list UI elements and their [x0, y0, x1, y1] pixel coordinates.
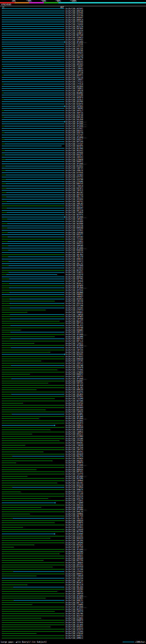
subject-label[interactable]: UniRef100_B6SSD1 [65, 354, 83, 356]
alignment-bar[interactable] [2, 35, 64, 36]
alignment-bar[interactable] [2, 458, 64, 459]
alignment-bar[interactable] [2, 159, 64, 160]
alignment-bar[interactable] [2, 234, 64, 235]
subject-label[interactable]: UniRef100_UP1000... [65, 247, 86, 249]
subject-label[interactable]: UniRef100_B9IQC6 [65, 429, 83, 431]
alignment-bar[interactable] [2, 57, 64, 58]
alignment-bar[interactable] [2, 108, 64, 108]
subject-label[interactable]: UniRef100_B6TVH6 [65, 531, 83, 533]
subject-label[interactable]: UniRef100_Q3THE7 [65, 128, 83, 130]
subject-label[interactable]: UniRef100_C5YIQ7 [65, 143, 83, 145]
subject-label[interactable]: UniRef100_Q7XJ58 [65, 225, 83, 227]
subject-label[interactable]: UniRef100_Q2RAF9 [65, 628, 83, 630]
subject-label[interactable]: UniRef100_B6TXY1 [65, 608, 83, 610]
alignment-bar[interactable] [2, 20, 64, 20]
subject-label[interactable]: UniRef100_Q25F48 [65, 114, 83, 116]
alignment-bar[interactable] [2, 611, 55, 612]
subject-label[interactable]: UniRef100_UP1000... [65, 464, 86, 466]
alignment-bar[interactable] [2, 390, 36, 390]
alignment-bar[interactable] [2, 44, 64, 44]
alignment-bar[interactable] [2, 290, 64, 290]
alignment-bar[interactable] [2, 578, 64, 578]
alignment-bar[interactable] [2, 554, 59, 554]
subject-label[interactable]: UniRef100_UP1000... [65, 163, 86, 165]
subject-label[interactable]: UniRef100_B6SRB0 [65, 223, 83, 225]
alignment-bar[interactable] [2, 549, 64, 550]
subject-label[interactable]: UniRef100_C0P9Q0 [65, 318, 83, 320]
alignment-bar[interactable] [2, 609, 64, 610]
alignment-bar[interactable] [2, 574, 64, 574]
alignment-bar[interactable] [2, 323, 64, 324]
alignment-bar[interactable] [2, 175, 64, 175]
subject-label[interactable]: UniRef100_C1BV59 [65, 70, 83, 72]
subject-label[interactable]: UniRef100_A9SVD4 [65, 198, 83, 200]
subject-label[interactable]: UniRef100_B4G2G6 [65, 577, 83, 579]
subject-label[interactable]: UniRef100_B9H0T2 [65, 373, 83, 375]
alignment-bar[interactable] [2, 562, 64, 563]
subject-label[interactable]: UniRef100_B6U1N2 [65, 192, 83, 194]
alignment-bar[interactable] [2, 48, 64, 49]
subject-label[interactable]: UniRef100_B9GNW8 [65, 292, 83, 294]
subject-label[interactable]: UniRef100_B9N6T4 [65, 489, 83, 491]
alignment-bar[interactable] [2, 432, 64, 432]
subject-label[interactable]: UniRef100_B6U8C1 [65, 582, 83, 584]
alignment-bar[interactable] [2, 68, 64, 69]
alignment-bar[interactable] [2, 179, 64, 180]
alignment-bar[interactable] [2, 150, 64, 151]
alignment-bar[interactable] [2, 527, 23, 528]
subject-label[interactable]: UniRef100_Q2R7T4 [65, 498, 83, 500]
alignment-bar[interactable] [2, 55, 64, 56]
alignment-bar[interactable] [2, 264, 64, 264]
subject-label[interactable]: UniRef100_A2XDY9 [65, 274, 83, 276]
subject-label[interactable]: UniRef100_C6TCR5 [65, 360, 83, 362]
subject-label[interactable]: UniRef100_D8R2N1 [65, 590, 83, 592]
alignment-bar[interactable] [2, 607, 64, 607]
alignment-bar[interactable] [2, 208, 64, 208]
subject-label[interactable]: UniRef100_B9HLX9 [65, 511, 83, 513]
subject-label[interactable]: UniRef100_P32787 [65, 134, 83, 136]
subject-label[interactable]: UniRef100_C0LGT8 [65, 256, 83, 258]
subject-label[interactable]: UniRef100_C7T2L2 [65, 81, 83, 83]
alignment-bar[interactable] [2, 137, 64, 138]
subject-label[interactable]: UniRef100_A9NZA5 [65, 61, 83, 63]
alignment-bar[interactable] [2, 132, 64, 133]
alignment-bar[interactable] [2, 79, 64, 80]
alignment-bar[interactable] [2, 128, 64, 128]
subject-label[interactable]: UniRef100_B8LPG3 [65, 325, 83, 327]
alignment-bar[interactable] [2, 401, 64, 401]
subject-label[interactable]: UniRef100_C6TGW6 [65, 438, 83, 440]
subject-label[interactable]: UniRef100_B9T6K8 [65, 265, 83, 267]
alignment-bar[interactable] [2, 449, 64, 450]
alignment-bar[interactable] [2, 452, 43, 452]
alignment-bar[interactable] [2, 470, 36, 470]
alignment-bar[interactable] [2, 86, 64, 86]
subject-label[interactable]: UniRef100_UP1000... [65, 123, 86, 125]
alignment-bar[interactable] [2, 152, 64, 153]
subject-label[interactable]: UniRef100_Q9FTH9 [65, 546, 83, 548]
subject-label[interactable]: UniRef100_C0HJA8 [65, 300, 83, 302]
subject-label[interactable]: UniRef100_A9PG29 [65, 252, 83, 254]
subject-label[interactable]: UniRef100_A9NUJ6 [65, 170, 83, 172]
subject-label[interactable]: UniRef100_B4G1E6 [65, 409, 83, 411]
subject-label[interactable]: UniRef100_Q2R1W2 [65, 236, 83, 238]
subject-label[interactable]: UniRef100_UP1000... [65, 121, 86, 123]
subject-label[interactable]: UniRef100_A7QDZ9 [65, 30, 83, 32]
subject-label[interactable]: UniRef100_C0PJX4 [65, 349, 83, 351]
alignment-bar[interactable] [2, 494, 64, 494]
subject-label[interactable]: UniRef100_Q9T2V1 [65, 564, 83, 566]
alignment-bar[interactable] [2, 372, 64, 372]
alignment-bar[interactable] [2, 286, 64, 286]
alignment-bar[interactable] [2, 427, 64, 428]
alignment-bar[interactable] [2, 256, 64, 257]
alignment-bar[interactable] [2, 42, 64, 42]
subject-label[interactable]: UniRef100_A6IVK1 [65, 8, 83, 10]
subject-label[interactable]: UniRef100_B4FWD5 [65, 316, 83, 318]
subject-label[interactable]: UniRef100_B9F4X1 [65, 471, 83, 473]
alignment-bar[interactable] [2, 84, 64, 84]
subject-label[interactable]: UniRef100_A5C1X9 [65, 493, 83, 495]
subject-label[interactable]: UniRef100_Q42064 [65, 86, 83, 88]
subject-label[interactable]: UniRef100_B9TBX1 [65, 526, 83, 528]
alignment-bar[interactable] [2, 97, 64, 98]
subject-label[interactable]: UniRef100_B8B5M7 [65, 207, 83, 209]
subject-label[interactable]: UniRef100_C6TF51 [65, 491, 83, 493]
